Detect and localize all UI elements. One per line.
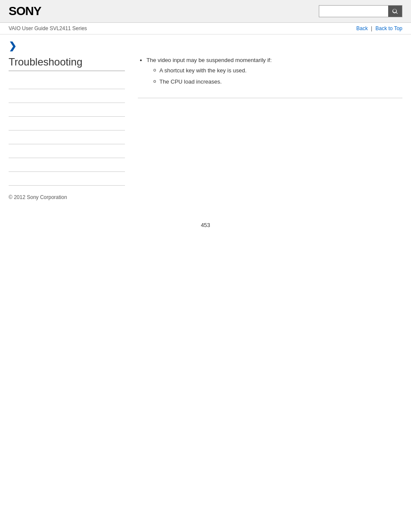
search-container	[319, 5, 402, 17]
sidebar-items	[9, 75, 125, 186]
list-item	[9, 103, 125, 117]
bullet-item: The video input may be suspended momenta…	[146, 56, 402, 87]
back-link[interactable]: Back	[356, 25, 368, 31]
search-button[interactable]	[388, 6, 402, 17]
copyright: © 2012 Sony Corporation	[9, 194, 67, 200]
sub-bullet-list: A shortcut key with the key is used. The…	[146, 66, 402, 87]
search-input[interactable]	[319, 6, 388, 16]
list-item	[9, 131, 125, 144]
list-item	[9, 144, 125, 158]
list-item	[9, 172, 125, 186]
list-item	[9, 117, 125, 131]
bullet-list: The video input may be suspended momenta…	[138, 56, 402, 87]
content-section: The video input may be suspended momenta…	[138, 56, 402, 98]
nav-separator: |	[371, 25, 372, 31]
back-to-top-link[interactable]: Back to Top	[376, 25, 402, 31]
arrow-row: ❯	[0, 34, 411, 52]
chevron-right-icon: ❯	[9, 40, 16, 51]
header: SONY	[0, 0, 411, 23]
sidebar: Troubleshooting	[9, 56, 134, 186]
sub-header: VAIO User Guide SVL2411 Series Back | Ba…	[0, 23, 411, 34]
list-item	[9, 158, 125, 172]
main-flex: Troubleshooting The video input may be s…	[0, 56, 411, 186]
list-item	[9, 75, 125, 89]
sub-bullet-item-2: The CPU load increases.	[153, 78, 402, 87]
sub-bullet-item-1: A shortcut key with the key is used.	[153, 66, 402, 75]
bullet-text: The video input may be suspended momenta…	[146, 57, 272, 63]
footer: © 2012 Sony Corporation	[0, 186, 411, 209]
sony-logo: SONY	[9, 4, 41, 18]
sidebar-title: Troubleshooting	[9, 56, 125, 71]
search-icon	[392, 8, 399, 15]
main-content: The video input may be suspended momenta…	[134, 56, 402, 186]
page-number: 453	[0, 218, 411, 233]
list-item	[9, 89, 125, 103]
page-wrapper: SONY VAIO User Guide SVL2411 Series Back…	[0, 0, 411, 532]
guide-title: VAIO User Guide SVL2411 Series	[9, 25, 87, 31]
nav-links: Back | Back to Top	[356, 25, 402, 31]
